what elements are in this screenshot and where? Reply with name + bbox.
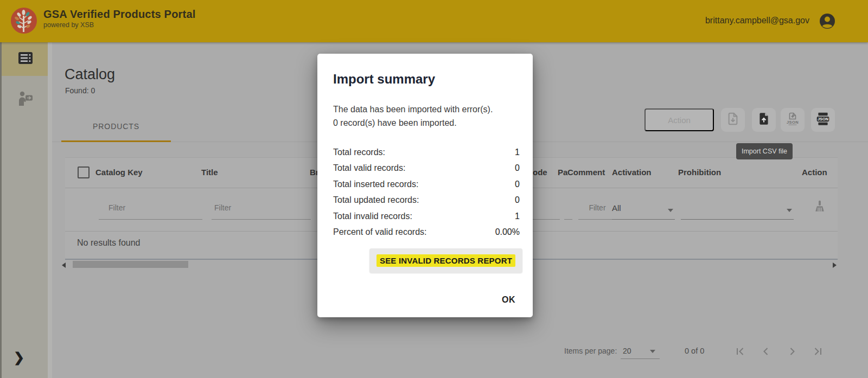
download-csv-button[interactable] xyxy=(721,108,745,132)
import-stats-list: Total records: 1 Total valid records: 0 … xyxy=(333,144,520,240)
expand-sidebar-chevron-icon[interactable]: ❯ xyxy=(11,349,27,366)
stat-row-total-invalid: Total invalid records: 1 xyxy=(333,208,520,225)
column-header-part[interactable]: Pa xyxy=(558,168,567,177)
last-page-button[interactable] xyxy=(810,344,826,359)
column-header-catalog-key[interactable]: Catalog Key xyxy=(95,168,143,177)
column-header-title[interactable]: Title xyxy=(201,168,218,177)
stat-row-total-updated: Total updated records: 0 xyxy=(333,193,520,209)
app-header: GSA Verified Products Portal powered by … xyxy=(0,0,868,42)
column-header-activation[interactable]: Activation xyxy=(612,168,652,177)
empty-results-message: No results found xyxy=(77,238,141,248)
broom-icon xyxy=(813,206,827,215)
filter-underline-stub[interactable] xyxy=(564,219,572,220)
first-page-button[interactable] xyxy=(732,344,748,359)
column-header-prohibition[interactable]: Prohibition xyxy=(678,168,721,177)
see-invalid-records-report-button[interactable]: SEE INVALID RECORDS REPORT xyxy=(369,248,522,273)
items-per-page-select[interactable]: 20 xyxy=(623,347,652,355)
person-arrow-icon xyxy=(17,91,34,108)
chevron-down-icon xyxy=(787,209,792,212)
stat-row-total-records: Total records: 1 xyxy=(333,144,520,161)
items-per-page-label: Items per page: xyxy=(564,347,617,355)
column-header-code[interactable]: ode xyxy=(533,168,547,177)
page-range-label: 0 of 0 xyxy=(685,347,704,355)
import-csv-button[interactable] xyxy=(752,108,776,132)
account-circle-icon[interactable] xyxy=(819,13,835,31)
previous-page-button[interactable] xyxy=(758,344,774,359)
prohibition-filter-select[interactable] xyxy=(681,200,794,220)
table-list-icon xyxy=(18,52,33,67)
activation-filter-select[interactable]: All xyxy=(612,200,675,220)
file-upload-icon xyxy=(757,112,771,128)
left-sidebar xyxy=(0,42,48,378)
filter-input-catalog-key[interactable] xyxy=(99,200,202,220)
dialog-message: The data has been imported with error(s)… xyxy=(333,102,493,130)
sidebar-divider xyxy=(48,42,52,378)
dialog-title: Import summary xyxy=(333,72,435,87)
import-json-button[interactable]: JSON xyxy=(811,108,835,132)
svg-text:JSON: JSON xyxy=(818,117,828,121)
column-header-action[interactable]: Action xyxy=(802,168,827,177)
page-title: Catalog xyxy=(65,66,115,83)
ok-button[interactable]: OK xyxy=(500,291,518,309)
chevron-down-icon xyxy=(668,209,673,212)
found-count: Found: 0 xyxy=(65,86,95,95)
chevron-down-icon xyxy=(650,350,655,353)
tooltip-import-csv: Import CSV file xyxy=(736,143,793,159)
app-window: GSA Verified Products Portal powered by … xyxy=(0,0,868,378)
scroll-right-arrow-icon[interactable] xyxy=(833,262,837,268)
dialog-message-line1: The data has been imported with error(s)… xyxy=(333,102,493,116)
clear-filters-button[interactable] xyxy=(813,199,827,215)
file-download-icon xyxy=(726,112,740,128)
filter-input-comment[interactable] xyxy=(578,200,616,220)
file-download-json-icon: JSON xyxy=(785,111,800,129)
filter-input-title[interactable] xyxy=(212,200,311,220)
scroll-left-arrow-icon[interactable] xyxy=(62,262,66,268)
sidebar-item-catalog[interactable] xyxy=(2,42,49,76)
stat-row-total-inserted: Total inserted records: 0 xyxy=(333,176,520,193)
import-summary-dialog: Import summary The data has been importe… xyxy=(317,54,533,317)
scrollbar-thumb[interactable] xyxy=(73,261,188,268)
gsa-tree-logo-icon xyxy=(11,8,37,36)
tab-products[interactable]: PRODUCTS xyxy=(61,111,171,142)
json-printer-icon: JSON xyxy=(815,111,831,129)
report-button-label: SEE INVALID RECORDS REPORT xyxy=(376,254,515,267)
action-button[interactable]: Action xyxy=(644,108,714,131)
select-all-checkbox[interactable] xyxy=(78,166,90,178)
activation-filter-value: All xyxy=(612,203,621,213)
app-title: GSA Verified Products Portal xyxy=(43,8,195,21)
items-per-page-underline xyxy=(621,358,660,359)
user-email: brittany.campbell@gsa.gov xyxy=(705,16,809,25)
next-page-button[interactable] xyxy=(784,344,800,359)
stat-row-total-valid: Total valid records: 0 xyxy=(333,161,520,177)
sidebar-item-suppliers[interactable] xyxy=(2,82,49,116)
stat-row-percent-valid: Percent of valid records: 0.00% xyxy=(333,225,520,241)
column-header-comment[interactable]: Comment xyxy=(567,168,605,177)
tab-active-indicator xyxy=(61,140,171,142)
app-subtitle: powered by XSB xyxy=(43,21,94,29)
export-json-button[interactable]: JSON xyxy=(781,108,805,132)
svg-text:JSON: JSON xyxy=(787,120,799,125)
dialog-message-line2: 0 record(s) have been imported. xyxy=(333,116,493,130)
